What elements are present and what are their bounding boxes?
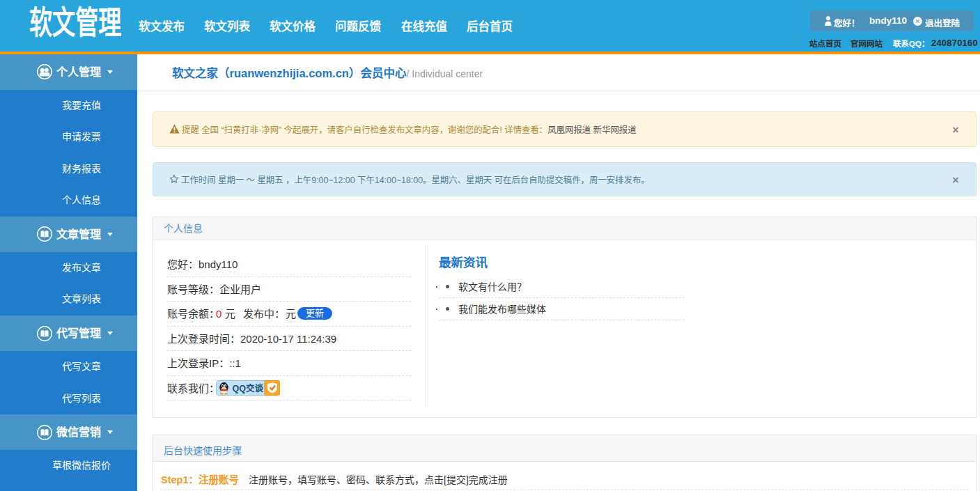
svg-text:QQ交谈: QQ交谈 (233, 382, 264, 393)
